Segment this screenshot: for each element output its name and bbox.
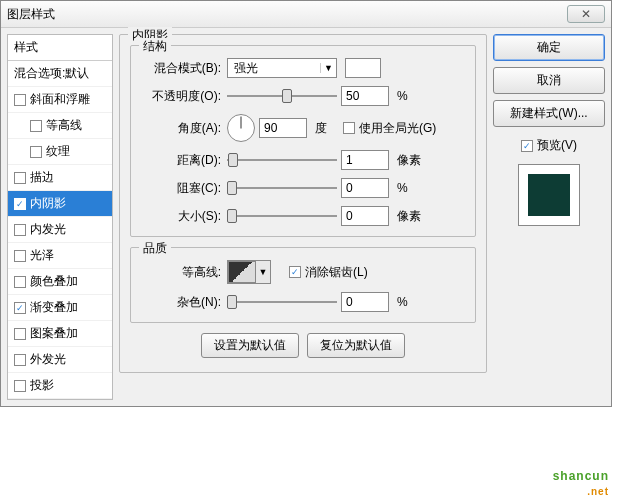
set-default-button[interactable]: 设置为默认值 bbox=[201, 333, 299, 358]
style-item-checkbox[interactable] bbox=[14, 250, 26, 262]
opacity-label: 不透明度(O): bbox=[139, 88, 223, 105]
distance-slider[interactable] bbox=[227, 153, 337, 167]
preview-label: 预览(V) bbox=[537, 137, 577, 154]
style-item-checkbox[interactable] bbox=[30, 146, 42, 158]
close-button[interactable]: ✕ bbox=[567, 5, 605, 23]
noise-label: 杂色(N): bbox=[139, 294, 223, 311]
quality-title: 品质 bbox=[139, 240, 171, 257]
style-item-checkbox[interactable] bbox=[14, 302, 26, 314]
style-item-label: 颜色叠加 bbox=[30, 273, 78, 290]
blend-mode-value: 强光 bbox=[228, 60, 320, 77]
reset-default-button[interactable]: 复位为默认值 bbox=[307, 333, 405, 358]
close-icon: ✕ bbox=[581, 7, 591, 21]
style-item-checkbox[interactable] bbox=[14, 198, 26, 210]
style-list-header: 样式 bbox=[8, 35, 112, 61]
noise-slider[interactable] bbox=[227, 295, 337, 309]
style-item-label: 内阴影 bbox=[30, 195, 66, 212]
layer-style-dialog: 图层样式 ✕ 样式 混合选项:默认 斜面和浮雕等高线纹理描边内阴影内发光光泽颜色… bbox=[0, 0, 612, 407]
global-light-label: 使用全局光(G) bbox=[359, 120, 436, 137]
blend-color-swatch[interactable] bbox=[345, 58, 381, 78]
style-item-checkbox[interactable] bbox=[14, 354, 26, 366]
style-item-label: 描边 bbox=[30, 169, 54, 186]
watermark: shancun.net bbox=[553, 456, 609, 497]
style-item-checkbox[interactable] bbox=[30, 120, 42, 132]
size-unit: 像素 bbox=[397, 208, 421, 225]
distance-label: 距离(D): bbox=[139, 152, 223, 169]
blend-mode-label: 混合模式(B): bbox=[139, 60, 223, 77]
style-item-11[interactable]: 投影 bbox=[8, 373, 112, 399]
choke-label: 阻塞(C): bbox=[139, 180, 223, 197]
blend-options-label: 混合选项:默认 bbox=[14, 65, 89, 82]
style-item-8[interactable]: 渐变叠加 bbox=[8, 295, 112, 321]
style-item-label: 外发光 bbox=[30, 351, 66, 368]
style-item-2[interactable]: 纹理 bbox=[8, 139, 112, 165]
style-item-label: 纹理 bbox=[46, 143, 70, 160]
cancel-button[interactable]: 取消 bbox=[493, 67, 605, 94]
style-item-label: 等高线 bbox=[46, 117, 82, 134]
style-item-label: 渐变叠加 bbox=[30, 299, 78, 316]
structure-title: 结构 bbox=[139, 38, 171, 55]
angle-label: 角度(A): bbox=[139, 120, 223, 137]
preview-swatch bbox=[528, 174, 570, 216]
blend-options-item[interactable]: 混合选项:默认 bbox=[8, 61, 112, 87]
distance-unit: 像素 bbox=[397, 152, 421, 169]
style-item-9[interactable]: 图案叠加 bbox=[8, 321, 112, 347]
style-item-checkbox[interactable] bbox=[14, 328, 26, 340]
inner-shadow-group: 内阴影 结构 混合模式(B): 强光 ▼ 不透明度(O): bbox=[119, 34, 487, 373]
structure-group: 结构 混合模式(B): 强光 ▼ 不透明度(O): 50 % bbox=[130, 45, 476, 237]
style-item-6[interactable]: 光泽 bbox=[8, 243, 112, 269]
style-item-label: 斜面和浮雕 bbox=[30, 91, 90, 108]
opacity-unit: % bbox=[397, 89, 408, 103]
new-style-button[interactable]: 新建样式(W)... bbox=[493, 100, 605, 127]
global-light-checkbox[interactable] bbox=[343, 122, 355, 134]
quality-group: 品质 等高线: ▼ 消除锯齿(L) 杂色(N): bbox=[130, 247, 476, 323]
angle-unit: 度 bbox=[315, 120, 327, 137]
style-item-3[interactable]: 描边 bbox=[8, 165, 112, 191]
size-input[interactable]: 0 bbox=[341, 206, 389, 226]
blend-mode-select[interactable]: 强光 ▼ bbox=[227, 58, 337, 78]
content-area: 样式 混合选项:默认 斜面和浮雕等高线纹理描边内阴影内发光光泽颜色叠加渐变叠加图… bbox=[1, 28, 611, 406]
choke-unit: % bbox=[397, 181, 408, 195]
distance-input[interactable]: 1 bbox=[341, 150, 389, 170]
chevron-down-icon: ▼ bbox=[256, 261, 270, 283]
choke-slider[interactable] bbox=[227, 181, 337, 195]
style-item-label: 图案叠加 bbox=[30, 325, 78, 342]
contour-picker[interactable]: ▼ bbox=[227, 260, 271, 284]
size-slider[interactable] bbox=[227, 209, 337, 223]
size-label: 大小(S): bbox=[139, 208, 223, 225]
contour-label: 等高线: bbox=[139, 264, 223, 281]
noise-input[interactable]: 0 bbox=[341, 292, 389, 312]
noise-unit: % bbox=[397, 295, 408, 309]
style-item-1[interactable]: 等高线 bbox=[8, 113, 112, 139]
preview-thumbnail bbox=[518, 164, 580, 226]
opacity-slider[interactable] bbox=[227, 89, 337, 103]
style-item-checkbox[interactable] bbox=[14, 172, 26, 184]
window-title: 图层样式 bbox=[7, 6, 55, 23]
action-panel: 确定 取消 新建样式(W)... 预览(V) bbox=[493, 34, 605, 400]
style-item-checkbox[interactable] bbox=[14, 224, 26, 236]
preview-checkbox[interactable] bbox=[521, 140, 533, 152]
style-item-label: 投影 bbox=[30, 377, 54, 394]
antialias-checkbox[interactable] bbox=[289, 266, 301, 278]
style-item-checkbox[interactable] bbox=[14, 276, 26, 288]
angle-input[interactable]: 90 bbox=[259, 118, 307, 138]
choke-input[interactable]: 0 bbox=[341, 178, 389, 198]
ok-button[interactable]: 确定 bbox=[493, 34, 605, 61]
style-item-checkbox[interactable] bbox=[14, 94, 26, 106]
style-item-5[interactable]: 内发光 bbox=[8, 217, 112, 243]
style-item-label: 内发光 bbox=[30, 221, 66, 238]
angle-dial[interactable] bbox=[227, 114, 255, 142]
style-item-7[interactable]: 颜色叠加 bbox=[8, 269, 112, 295]
contour-icon bbox=[228, 261, 256, 283]
chevron-down-icon: ▼ bbox=[320, 63, 336, 73]
style-item-0[interactable]: 斜面和浮雕 bbox=[8, 87, 112, 113]
opacity-input[interactable]: 50 bbox=[341, 86, 389, 106]
antialias-label: 消除锯齿(L) bbox=[305, 264, 368, 281]
titlebar: 图层样式 ✕ bbox=[1, 1, 611, 28]
style-item-checkbox[interactable] bbox=[14, 380, 26, 392]
style-item-10[interactable]: 外发光 bbox=[8, 347, 112, 373]
style-list-panel: 样式 混合选项:默认 斜面和浮雕等高线纹理描边内阴影内发光光泽颜色叠加渐变叠加图… bbox=[7, 34, 113, 400]
style-item-4[interactable]: 内阴影 bbox=[8, 191, 112, 217]
style-item-label: 光泽 bbox=[30, 247, 54, 264]
settings-panel: 内阴影 结构 混合模式(B): 强光 ▼ 不透明度(O): bbox=[119, 34, 487, 400]
